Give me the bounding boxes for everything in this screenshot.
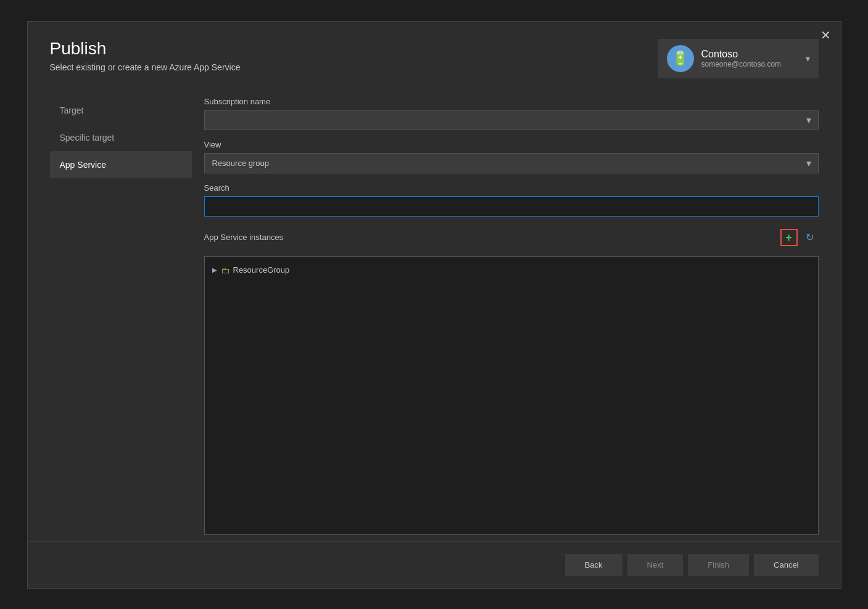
- chevron-down-icon: ▾: [806, 54, 810, 64]
- view-label: View: [204, 140, 819, 149]
- account-email: someone@contoso.com: [701, 60, 798, 68]
- instances-actions: + ↻: [780, 229, 819, 246]
- sidebar-item-app-service[interactable]: App Service: [50, 151, 192, 178]
- close-button[interactable]: ✕: [820, 29, 831, 41]
- publish-dialog: ✕ Publish Select existing or create a ne…: [27, 21, 841, 589]
- dialog-title: Publish: [50, 39, 241, 59]
- finish-button[interactable]: Finish: [688, 554, 749, 576]
- sidebar-item-specific-target[interactable]: Specific target: [50, 124, 192, 151]
- tree-item-label: ResourceGroup: [233, 265, 290, 275]
- cancel-button[interactable]: Cancel: [754, 554, 818, 576]
- subscription-select[interactable]: [204, 110, 819, 130]
- header-left: Publish Select existing or create a new …: [50, 39, 241, 72]
- dialog-header: Publish Select existing or create a new …: [28, 22, 841, 91]
- next-button[interactable]: Next: [627, 554, 684, 576]
- back-button[interactable]: Back: [565, 554, 622, 576]
- account-box[interactable]: 🔋 Contoso someone@contoso.com ▾: [658, 39, 819, 78]
- sidebar-item-target[interactable]: Target: [50, 97, 192, 124]
- search-group: Search: [204, 183, 819, 217]
- instances-header: App Service instances + ↻: [204, 229, 819, 246]
- refresh-button[interactable]: ↻: [801, 229, 819, 246]
- search-input[interactable]: [204, 196, 819, 217]
- dialog-footer: Back Next Finish Cancel: [28, 541, 841, 588]
- account-name: Contoso: [701, 49, 798, 60]
- subscription-label: Subscription name: [204, 97, 819, 106]
- content-area: Target Specific target App Service Subsc…: [28, 91, 841, 541]
- tree-expand-icon: ▶: [212, 267, 217, 273]
- form-area: Subscription name View Resource groupSer…: [192, 91, 819, 541]
- instances-label: App Service instances: [204, 233, 284, 242]
- tree-item-resourcegroup[interactable]: ▶ 🗀 ResourceGroup: [210, 262, 813, 279]
- sidebar: Target Specific target App Service: [50, 91, 192, 541]
- instances-tree: ▶ 🗀 ResourceGroup: [204, 256, 819, 535]
- view-group: View Resource groupService type: [204, 140, 819, 173]
- view-select-wrapper: Resource groupService type: [204, 153, 819, 173]
- view-select[interactable]: Resource groupService type: [204, 153, 819, 173]
- account-info: Contoso someone@contoso.com: [701, 49, 798, 68]
- avatar: 🔋: [667, 45, 694, 72]
- subscription-select-wrapper: [204, 110, 819, 130]
- add-instance-button[interactable]: +: [780, 229, 798, 246]
- subscription-group: Subscription name: [204, 97, 819, 130]
- dialog-subtitle: Select existing or create a new Azure Ap…: [50, 62, 241, 72]
- folder-icon: 🗀: [221, 265, 229, 275]
- search-label: Search: [204, 183, 819, 193]
